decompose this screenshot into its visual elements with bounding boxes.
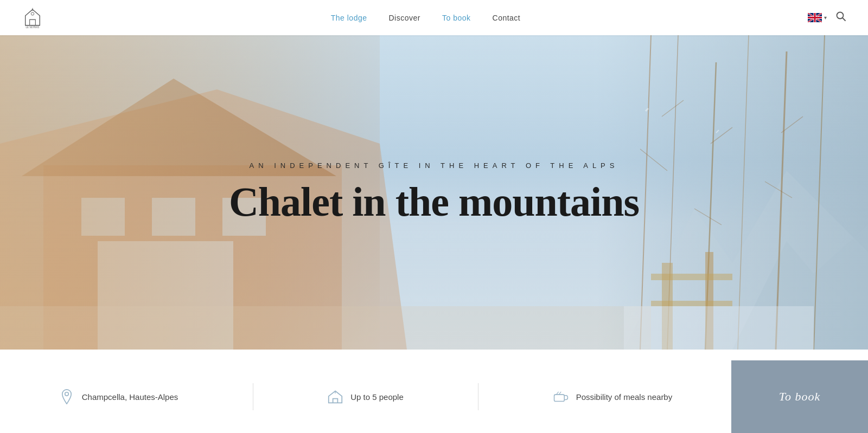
site-header: LE VEYRAS The lodge Discover To book Con… [0,0,868,35]
to-book-label: To book [779,390,820,404]
nav-to-book[interactable]: To book [442,14,471,22]
coffee-icon [553,389,569,404]
nav-discover[interactable]: Discover [389,14,420,22]
location-text: Champcella, Hautes-Alpes [82,392,178,402]
capacity-info: Up to 5 people [328,389,404,404]
meals-text: Possibility of meals nearby [576,392,673,402]
flag-uk-icon [808,13,822,22]
svg-rect-33 [554,395,564,401]
location-pin-icon [59,389,74,404]
language-selector[interactable]: ▾ [808,13,827,22]
logo-icon: LE VEYRAS [22,5,43,30]
divider-1 [253,383,253,410]
hero-content: AN INDEPENDENT GÎTE IN THE HEART OF THE … [229,161,639,224]
location-info: Champcella, Hautes-Alpes [59,389,178,404]
header-right: ▾ [808,11,846,24]
capacity-text: Up to 5 people [350,392,404,402]
divider-2 [478,383,478,410]
main-nav: The lodge Discover To book Contact [331,14,521,22]
hero-subtitle: AN INDEPENDENT GÎTE IN THE HEART OF THE … [229,161,639,170]
hero-title: Chalet in the mountains [229,180,639,224]
logo[interactable]: LE VEYRAS [22,5,43,30]
info-section: Champcella, Hautes-Alpes Up to 5 people [0,383,731,410]
meals-info: Possibility of meals nearby [553,389,673,404]
nav-the-lodge[interactable]: The lodge [331,14,367,22]
svg-text:LE VEYRAS: LE VEYRAS [26,26,40,29]
svg-point-0 [31,12,34,15]
nav-contact[interactable]: Contact [493,14,521,22]
house-icon [328,389,343,404]
bottom-bar: Champcella, Hautes-Alpes Up to 5 people [0,360,868,433]
to-book-button[interactable]: To book [731,360,868,433]
hero-section: AN INDEPENDENT GÎTE IN THE HEART OF THE … [0,35,868,350]
svg-point-32 [65,392,68,396]
chevron-down-icon: ▾ [824,15,827,21]
search-icon[interactable] [835,11,846,24]
